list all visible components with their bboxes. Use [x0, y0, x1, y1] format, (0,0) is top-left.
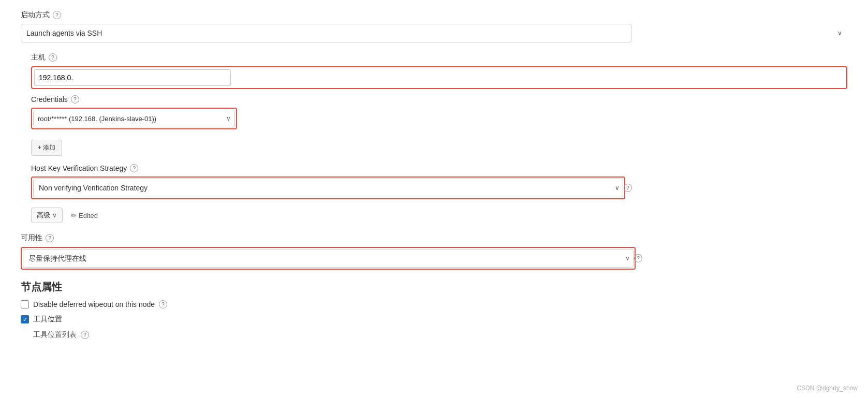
host-help-icon[interactable]: ?: [49, 53, 57, 62]
advanced-bar: 高级 ∨ ✏ Edited: [31, 208, 847, 223]
host-input-outlined: [31, 66, 847, 89]
availability-select-wrapper: 尽量保持代理在线 ∨ ?: [21, 247, 847, 270]
tool-location-row: ✓ 工具位置: [21, 315, 847, 324]
check-icon: ✓: [23, 317, 27, 322]
host-key-section: Host Key Verification Strategy ? Non ver…: [31, 164, 847, 199]
launch-method-label: 启动方式 ?: [21, 10, 847, 20]
credentials-select-wrapper: root/****** (192.168. (Jenkins-slave-01)…: [33, 110, 235, 127]
disable-deferred-help-icon[interactable]: ?: [159, 300, 167, 308]
credentials-label: Credentials ?: [31, 95, 847, 104]
host-key-extra-help-icon[interactable]: ?: [624, 184, 632, 192]
edited-label-wrapper: ✏ Edited: [71, 212, 98, 219]
credentials-select[interactable]: root/****** (192.168. (Jenkins-slave-01)…: [33, 110, 235, 127]
availability-select[interactable]: 尽量保持代理在线: [23, 249, 634, 268]
tool-location-checkbox[interactable]: ✓: [21, 315, 29, 323]
host-key-select-wrapper: Non verifying Verification Strategy ∨ ?: [31, 176, 847, 199]
advanced-label: 高级: [37, 211, 50, 220]
launch-method-section: 启动方式 ? Launch agents via SSH ∨: [21, 10, 847, 42]
page-container: 启动方式 ? Launch agents via SSH ∨ 主机 ? Cred…: [0, 0, 868, 398]
host-label: 主机 ?: [31, 53, 847, 62]
add-button[interactable]: + 添加: [31, 140, 62, 156]
launch-method-select[interactable]: Launch agents via SSH: [21, 24, 631, 42]
host-key-outlined: Non verifying Verification Strategy: [31, 176, 625, 199]
host-key-help-icon[interactable]: ?: [130, 164, 138, 172]
availability-help-icon[interactable]: ?: [46, 234, 54, 242]
tool-location-list-help-icon[interactable]: ?: [81, 331, 89, 339]
tool-location-label: 工具位置: [33, 315, 62, 324]
host-label-text: 主机: [31, 53, 46, 62]
availability-outlined: 尽量保持代理在线: [21, 247, 636, 270]
node-properties-section: 节点属性 Disable deferred wipeout on this no…: [21, 280, 847, 340]
disable-deferred-row: Disable deferred wipeout on this node ?: [21, 300, 847, 308]
advanced-button[interactable]: 高级 ∨: [31, 208, 63, 223]
node-properties-title: 节点属性: [21, 280, 847, 294]
credentials-section: Credentials ? root/****** (192.168. (Jen…: [31, 95, 847, 129]
launch-method-help-icon[interactable]: ?: [53, 11, 61, 19]
host-key-label-text: Host Key Verification Strategy: [31, 164, 127, 172]
launch-method-text: 启动方式: [21, 10, 50, 20]
credentials-label-text: Credentials: [31, 95, 68, 104]
availability-label: 可用性 ?: [21, 233, 847, 243]
host-input[interactable]: [34, 69, 231, 86]
launch-method-chevron-icon: ∨: [837, 30, 842, 37]
launch-method-select-wrapper: Launch agents via SSH ∨: [21, 24, 847, 42]
edited-text: Edited: [79, 212, 98, 219]
host-key-select[interactable]: Non verifying Verification Strategy: [33, 179, 623, 197]
tool-location-list-row: 工具位置列表 ?: [33, 330, 847, 340]
availability-section: 可用性 ? 尽量保持代理在线 ∨ ?: [21, 233, 847, 270]
pencil-icon: ✏: [71, 212, 77, 219]
watermark: CSDN @dghrty_show: [797, 385, 858, 392]
credentials-outlined: root/****** (192.168. (Jenkins-slave-01)…: [31, 108, 237, 129]
availability-extra-help-icon[interactable]: ?: [634, 254, 642, 262]
disable-deferred-label: Disable deferred wipeout on this node: [33, 300, 155, 308]
host-section: 主机 ? Credentials ? root/****** (192.168.…: [31, 53, 847, 156]
disable-deferred-checkbox[interactable]: [21, 300, 29, 308]
tool-location-list-label: 工具位置列表: [33, 330, 77, 340]
advanced-chevron-icon: ∨: [52, 212, 57, 219]
credentials-help-icon[interactable]: ?: [71, 95, 79, 104]
availability-label-text: 可用性: [21, 233, 42, 243]
host-key-label: Host Key Verification Strategy ?: [31, 164, 847, 172]
add-button-wrapper: + 添加: [31, 135, 847, 156]
